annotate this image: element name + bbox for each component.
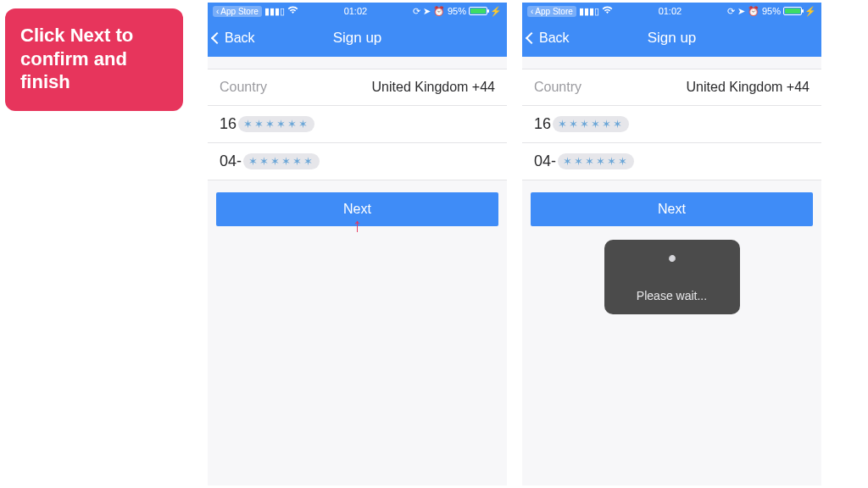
country-label: Country	[220, 80, 267, 95]
back-button[interactable]: Back	[213, 19, 255, 57]
phone-row[interactable]: 16 ✶✶✶✶✶✶	[208, 106, 507, 143]
nav-header: Back Sign up	[208, 19, 507, 57]
redacted-password: ✶✶✶✶✶✶	[243, 153, 320, 169]
loading-toast: Please wait...	[604, 240, 740, 314]
phone-prefix: 16	[220, 115, 236, 133]
breadcrumb-label: App Store	[535, 7, 572, 16]
password-field[interactable]: 04- ✶✶✶✶✶✶	[220, 152, 320, 170]
status-bar: ‹ App Store ▮▮▮▯ 01:02 ⟳ ➤ ⏰ 95% ⚡	[522, 3, 821, 19]
country-value: United Kingdom +44	[687, 80, 810, 95]
phone-screenshot-left: ‹ App Store ▮▮▮▯ 01:02 ⟳ ➤ ⏰ 95% ⚡ Back …	[208, 3, 507, 485]
nav-header: Back Sign up	[522, 19, 821, 57]
breadcrumb-label: App Store	[220, 7, 258, 16]
battery-icon	[469, 7, 487, 15]
wifi-icon	[287, 6, 298, 16]
status-right-cluster: ⟳ ➤ ⏰ 95% ⚡	[727, 6, 816, 17]
password-field[interactable]: 04- ✶✶✶✶✶✶	[534, 152, 634, 170]
password-prefix: 04-	[220, 152, 242, 170]
battery-percent: 95%	[762, 6, 781, 16]
redacted-password: ✶✶✶✶✶✶	[558, 153, 634, 169]
password-row[interactable]: 04- ✶✶✶✶✶✶	[208, 143, 507, 180]
battery-icon	[783, 7, 802, 15]
status-time: 01:02	[659, 6, 682, 16]
back-button[interactable]: Back	[527, 19, 570, 57]
alarm-icon: ⏰	[748, 6, 760, 17]
next-button[interactable]: Next	[531, 192, 813, 226]
toast-text: Please wait...	[637, 289, 707, 302]
chevron-left-icon	[211, 32, 223, 44]
password-prefix: 04-	[534, 152, 556, 170]
status-left-cluster: ‹ App Store ▮▮▮▯	[527, 6, 613, 17]
country-row[interactable]: Country United Kingdom +44	[208, 69, 507, 106]
status-right-cluster: ⟳ ➤ ⏰ 95% ⚡	[413, 6, 502, 17]
breadcrumb-appstore[interactable]: ‹ App Store	[527, 6, 576, 17]
chevron-left-icon	[526, 32, 537, 44]
status-time: 01:02	[344, 6, 368, 16]
page-title: Sign up	[648, 30, 697, 47]
pointer-arrow-icon: ↑	[353, 214, 362, 236]
cell-signal-icon: ▮▮▮▯	[264, 6, 285, 17]
chevron-left-icon: ‹	[216, 7, 219, 16]
location-icon: ➤	[737, 6, 745, 17]
orientation-lock-icon: ⟳	[727, 6, 735, 17]
back-label: Back	[225, 30, 255, 46]
instruction-text: Click Next to confirm and finish	[20, 25, 133, 92]
charging-icon: ⚡	[804, 6, 816, 17]
redacted-phone: ✶✶✶✶✶✶	[553, 116, 629, 132]
cell-signal-icon: ▮▮▮▯	[579, 6, 599, 17]
phone-field[interactable]: 16 ✶✶✶✶✶✶	[534, 115, 629, 133]
location-icon: ➤	[423, 6, 431, 17]
alarm-icon: ⏰	[433, 6, 445, 17]
country-row[interactable]: Country United Kingdom +44	[522, 69, 821, 106]
password-row[interactable]: 04- ✶✶✶✶✶✶	[522, 143, 821, 180]
status-bar: ‹ App Store ▮▮▮▯ 01:02 ⟳ ➤ ⏰ 95% ⚡	[208, 3, 507, 19]
page-title: Sign up	[333, 30, 382, 47]
redacted-phone: ✶✶✶✶✶✶	[238, 116, 314, 132]
next-label: Next	[658, 202, 686, 217]
wifi-icon	[602, 6, 613, 16]
phone-prefix: 16	[534, 115, 551, 133]
spinner-icon	[660, 255, 684, 279]
orientation-lock-icon: ⟳	[413, 6, 420, 17]
instruction-callout: Click Next to confirm and finish	[5, 8, 183, 111]
country-label: Country	[534, 80, 581, 95]
country-value: United Kingdom +44	[372, 80, 495, 95]
charging-icon: ⚡	[490, 6, 502, 17]
battery-percent: 95%	[448, 6, 466, 16]
phone-field[interactable]: 16 ✶✶✶✶✶✶	[220, 115, 314, 133]
status-left-cluster: ‹ App Store ▮▮▮▯	[213, 6, 298, 17]
phone-row[interactable]: 16 ✶✶✶✶✶✶	[522, 106, 821, 143]
back-label: Back	[539, 30, 570, 46]
breadcrumb-appstore[interactable]: ‹ App Store	[213, 6, 262, 17]
phone-screenshot-right: ‹ App Store ▮▮▮▯ 01:02 ⟳ ➤ ⏰ 95% ⚡ Back …	[522, 3, 821, 485]
chevron-left-icon: ‹	[531, 7, 533, 16]
